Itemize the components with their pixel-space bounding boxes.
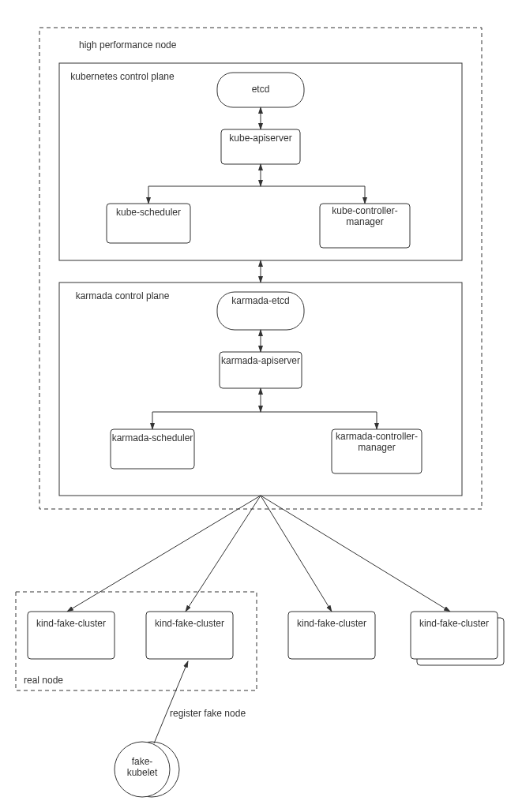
karmada-control-plane-label: karmada control plane <box>67 290 178 301</box>
karmada-apiserver-label: karmada-apiserver <box>220 355 302 366</box>
diagram: high performance node kubernetes control… <box>0 0 522 812</box>
cluster-2-label: kind-fake-cluster <box>146 618 233 629</box>
fake-kubelet-label: fake-kubelet <box>117 756 167 778</box>
fanout-4 <box>261 496 450 612</box>
kube-scheduler-label: kube-scheduler <box>107 207 190 218</box>
k8s-control-plane-label: kubernetes control plane <box>67 71 178 82</box>
karmada-etcd-label: karmada-etcd <box>217 295 304 306</box>
karmada-controller-manager-label: karmada-controller-manager <box>332 431 422 453</box>
etcd-label: etcd <box>252 84 270 95</box>
fanout-3 <box>261 496 332 612</box>
karmada-scheduler-label: karmada-scheduler <box>111 432 194 443</box>
fanout-2 <box>186 496 261 612</box>
cluster-3-label: kind-fake-cluster <box>288 618 375 629</box>
kube-apiserver-label: kube-apiserver <box>221 133 300 144</box>
fake-kubelet-register-link <box>154 661 188 743</box>
cluster-4-label: kind-fake-cluster <box>411 618 498 629</box>
cluster-1-label: kind-fake-cluster <box>28 618 115 629</box>
register-fake-node-label: register fake node <box>170 708 246 719</box>
high-performance-node-label: high performance node <box>79 39 177 51</box>
fanout-1 <box>67 496 261 612</box>
real-node-label: real node <box>24 675 63 686</box>
kube-controller-manager-label: kube-controller-manager <box>320 205 410 227</box>
